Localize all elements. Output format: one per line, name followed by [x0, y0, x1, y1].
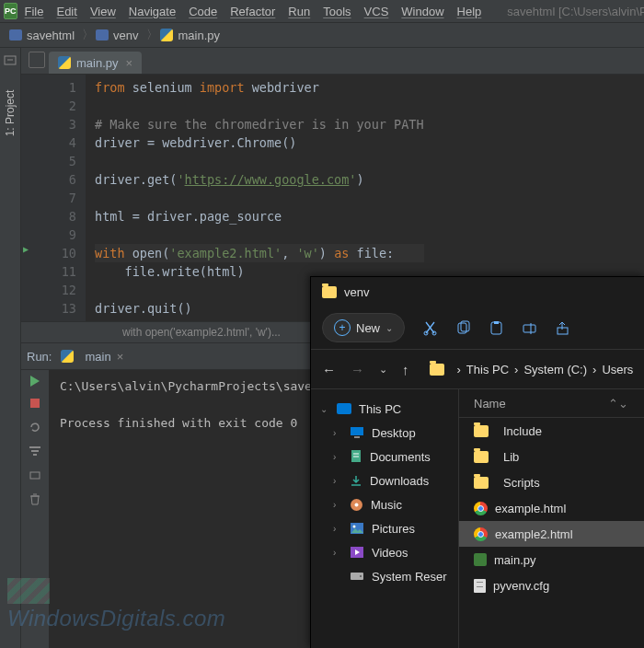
recent-icon[interactable]: ⌄ — [379, 364, 387, 376]
file-row[interactable]: Scripts — [459, 469, 644, 495]
svg-rect-12 — [494, 321, 499, 324]
explorer-tree[interactable]: ⌄This PC›Desktop›Documents›Downloads›Mus… — [311, 389, 459, 648]
tab-main-py[interactable]: main.py × — [49, 52, 142, 74]
tab-label: main.py — [76, 56, 119, 70]
plus-icon: + — [334, 319, 351, 336]
back-icon[interactable]: ← — [322, 362, 336, 377]
svg-rect-2 — [30, 399, 40, 408]
explorer-file-list[interactable]: Name ⌃⌄ IncludeLibScriptsexample.htmlexa… — [459, 389, 644, 648]
tree-node[interactable]: ⌄This PC — [311, 397, 458, 421]
breadcrumb-folder[interactable]: venv — [96, 29, 138, 42]
file-row[interactable]: example2.html — [459, 521, 644, 547]
cut-icon[interactable] — [421, 319, 438, 336]
svg-point-27 — [360, 575, 362, 577]
menu-view[interactable]: View — [90, 5, 116, 18]
python-icon — [61, 350, 74, 363]
svg-point-24 — [353, 526, 356, 528]
run-config-name[interactable]: main — [85, 350, 110, 364]
rename-icon[interactable] — [521, 319, 537, 336]
app-icon: PC — [4, 3, 17, 19]
watermark-graphic — [7, 578, 50, 604]
svg-rect-16 — [351, 427, 363, 435]
folder-icon — [9, 29, 22, 40]
paste-icon[interactable] — [488, 319, 504, 336]
folder-icon — [96, 29, 109, 40]
svg-rect-6 — [30, 472, 40, 479]
line-number-gutter: 12345678910111213 — [38, 75, 86, 321]
tree-node[interactable]: System Reser — [311, 564, 458, 588]
python-icon — [58, 56, 71, 69]
share-icon[interactable] — [554, 319, 570, 336]
folder-icon — [430, 364, 444, 376]
address-breadcrumb[interactable]: ›This PC ›System (C:) ›Users — [430, 363, 634, 376]
breadcrumb-file[interactable]: main.py — [160, 29, 221, 42]
close-icon[interactable]: × — [126, 56, 133, 70]
editor-dropdown-icon[interactable] — [29, 52, 45, 68]
restart-icon[interactable] — [28, 420, 42, 434]
file-row[interactable]: main.py — [459, 547, 644, 573]
menu-window[interactable]: Window — [401, 5, 443, 18]
left-toolbar: 1: Project — [0, 48, 21, 648]
folder-minus-icon[interactable] — [4, 53, 17, 66]
sort-icon[interactable]: ⌃⌄ — [608, 397, 628, 411]
svg-rect-13 — [523, 325, 535, 332]
menu-navigate[interactable]: Navigate — [129, 5, 176, 18]
file-row[interactable]: Lib — [459, 444, 644, 469]
file-explorer-window: venv + New ⌄ ← → ⌄ ↑ ›This PC ›System (C… — [310, 276, 644, 648]
run-icon[interactable] — [30, 376, 40, 387]
menu-vcs[interactable]: VCS — [364, 5, 389, 18]
editor-tabs: main.py × — [21, 48, 644, 75]
file-row[interactable]: pyvenv.cfg — [459, 573, 644, 598]
up-icon[interactable]: ↑ — [402, 362, 409, 377]
project-path: savehtml [C:\Users\alvin\PycharmP — [507, 5, 644, 18]
menu-run[interactable]: Run — [288, 5, 310, 18]
gutter-icons: ▶ — [21, 75, 38, 321]
tree-node[interactable]: ›Downloads — [311, 469, 458, 492]
stop-icon[interactable] — [28, 396, 42, 411]
file-row[interactable]: example.html — [459, 495, 644, 521]
project-tool-tab[interactable]: 1: Project — [4, 90, 17, 137]
python-icon — [160, 29, 173, 41]
tree-node[interactable]: ›Music — [311, 492, 458, 516]
explorer-nav-bar: ← → ⌄ ↑ ›This PC ›System (C:) ›Users — [311, 350, 644, 389]
tree-node[interactable]: ›Documents — [311, 445, 458, 469]
print-icon[interactable] — [28, 468, 42, 482]
watermark-text: WindowsDigitals.com — [7, 606, 225, 631]
svg-rect-5 — [33, 454, 37, 456]
file-row[interactable]: Include — [459, 418, 644, 444]
menu-help[interactable]: Help — [457, 5, 482, 18]
forward-icon[interactable]: → — [351, 362, 364, 377]
svg-rect-3 — [29, 446, 40, 448]
menu-code[interactable]: Code — [189, 5, 217, 18]
menu-tools[interactable]: Tools — [323, 5, 351, 18]
nav-breadcrumbs: savehtml 〉 venv 〉 main.py — [0, 23, 644, 48]
tree-node[interactable]: ›Videos — [311, 540, 458, 564]
svg-rect-17 — [354, 436, 360, 438]
close-icon[interactable]: × — [117, 350, 124, 364]
explorer-title-bar[interactable]: venv — [311, 277, 644, 307]
copy-icon[interactable] — [454, 319, 471, 336]
run-label: Run: — [27, 350, 52, 364]
folder-icon — [322, 286, 337, 298]
tree-node[interactable]: ›Desktop — [311, 421, 458, 445]
menu-refactor[interactable]: Refactor — [230, 5, 275, 18]
explorer-toolbar: + New ⌄ — [311, 307, 644, 350]
menu-bar: PC File Edit View Navigate Code Refactor… — [0, 0, 644, 23]
svg-point-22 — [355, 503, 359, 506]
menu-file[interactable]: File — [25, 5, 44, 18]
column-header-name[interactable]: Name ⌃⌄ — [459, 389, 644, 418]
svg-rect-4 — [31, 450, 39, 452]
menu-edit[interactable]: Edit — [56, 5, 76, 18]
explorer-title: venv — [344, 285, 369, 299]
file-list-body: IncludeLibScriptsexample.htmlexample2.ht… — [459, 418, 644, 598]
trash-icon[interactable] — [28, 492, 42, 506]
breadcrumb-root[interactable]: savehtml — [9, 29, 75, 42]
tree-node[interactable]: ›Pictures — [311, 516, 458, 540]
filter-icon[interactable] — [28, 444, 42, 458]
new-button[interactable]: + New ⌄ — [322, 313, 405, 342]
